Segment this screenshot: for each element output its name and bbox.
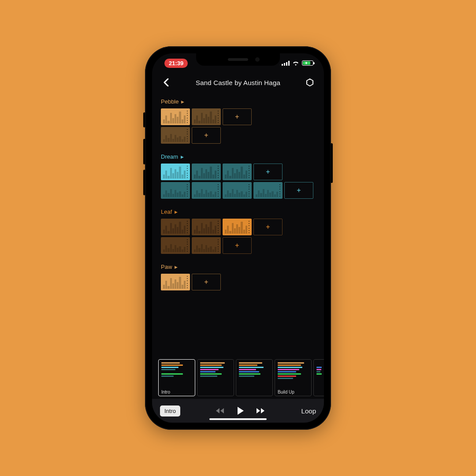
svg-rect-2 xyxy=(286,62,287,66)
clip[interactable] xyxy=(192,237,221,254)
clip-row: + xyxy=(161,127,319,144)
clip[interactable] xyxy=(192,108,221,125)
clip[interactable] xyxy=(192,182,221,199)
triangle-right-icon: ▶ xyxy=(181,100,184,104)
clip-row: + xyxy=(161,164,319,180)
status-time: 21:39 xyxy=(164,59,188,68)
track-title[interactable]: Pebble▶ xyxy=(161,98,319,105)
battery-fill xyxy=(303,61,310,65)
settings-button[interactable] xyxy=(304,76,316,89)
mute-switch xyxy=(143,112,145,127)
nav-bar: Sand Castle by Austin Haga xyxy=(152,73,324,92)
phone-frame: 21:39 Sand Castle by Austin Haga xyxy=(145,46,331,430)
triangle-right-icon: ▶ xyxy=(175,265,178,269)
scenes-strip[interactable]: IntroBuild Up xyxy=(152,357,324,396)
clip[interactable] xyxy=(161,164,190,180)
add-clip-button[interactable]: + xyxy=(253,164,283,180)
clip-row: + xyxy=(161,182,319,199)
clip[interactable] xyxy=(192,219,221,235)
tracks-area[interactable]: Pebble▶++Dream▶++Leaf▶++Paw▶+ xyxy=(152,92,324,357)
scene-preview xyxy=(239,362,270,389)
add-clip-button[interactable]: + xyxy=(253,219,283,235)
scene-label xyxy=(200,390,231,395)
scene-5[interactable] xyxy=(313,359,324,396)
svg-rect-3 xyxy=(288,61,290,66)
clip[interactable] xyxy=(253,182,283,199)
notch xyxy=(196,53,280,66)
triangle-right-icon: ▶ xyxy=(175,210,178,214)
track-name: Pebble xyxy=(161,98,178,105)
track-title[interactable]: Leaf▶ xyxy=(161,208,319,215)
scene-label: Build Up xyxy=(278,390,309,395)
bolt-icon xyxy=(305,61,308,65)
hexagon-icon xyxy=(306,78,314,86)
triangle-right-icon: ▶ xyxy=(181,155,184,159)
rewind-icon[interactable] xyxy=(216,408,225,414)
clip[interactable] xyxy=(161,108,190,125)
track-name: Leaf xyxy=(161,208,172,215)
track-leaf: Leaf▶++ xyxy=(161,208,319,254)
clip-row: + xyxy=(161,219,319,235)
scene-label xyxy=(239,390,270,395)
clip[interactable] xyxy=(161,127,190,144)
play-icon[interactable] xyxy=(237,407,244,415)
clip-row: + xyxy=(161,108,319,125)
volume-down xyxy=(143,170,145,195)
track-name: Paw xyxy=(161,264,172,270)
add-clip-button[interactable]: + xyxy=(223,237,252,254)
power-button xyxy=(331,143,333,183)
home-indicator[interactable] xyxy=(209,418,267,420)
add-clip-button[interactable]: + xyxy=(284,182,313,199)
clip-row: + xyxy=(161,274,319,290)
scene-label: Intro xyxy=(161,390,192,395)
svg-rect-1 xyxy=(284,63,285,66)
scene-3[interactable] xyxy=(236,359,273,396)
track-pebble: Pebble▶++ xyxy=(161,98,319,144)
signal-icon xyxy=(282,61,290,66)
clip[interactable] xyxy=(223,182,252,199)
clip[interactable] xyxy=(161,219,190,235)
track-title[interactable]: Dream▶ xyxy=(161,153,319,160)
current-scene-pill[interactable]: Intro xyxy=(160,405,180,416)
clip[interactable] xyxy=(161,237,190,254)
wifi-icon xyxy=(292,61,299,66)
transport-controls xyxy=(216,407,265,415)
battery-icon xyxy=(302,60,313,66)
loop-button[interactable]: Loop xyxy=(301,407,316,415)
clip[interactable] xyxy=(161,274,190,290)
svg-rect-0 xyxy=(282,64,283,66)
scene-preview xyxy=(161,362,192,389)
scene-2[interactable] xyxy=(197,359,234,396)
scene-label xyxy=(316,390,324,395)
scene-preview xyxy=(200,362,231,389)
forward-icon[interactable] xyxy=(257,408,265,414)
volume-up xyxy=(143,139,145,164)
scene-preview xyxy=(316,362,324,389)
clip[interactable] xyxy=(223,219,252,235)
scene-4[interactable]: Build Up xyxy=(275,359,312,396)
track-paw: Paw▶+ xyxy=(161,264,319,290)
back-button[interactable] xyxy=(160,76,172,89)
scene-1[interactable]: Intro xyxy=(158,359,195,396)
clip[interactable] xyxy=(192,164,221,180)
track-name: Dream xyxy=(161,153,178,160)
status-right xyxy=(282,60,313,66)
track-title[interactable]: Paw▶ xyxy=(161,264,319,270)
clip[interactable] xyxy=(223,164,252,180)
clip-row: + xyxy=(161,237,319,254)
scene-preview xyxy=(278,362,309,389)
clip[interactable] xyxy=(161,182,190,199)
add-clip-button[interactable]: + xyxy=(223,108,252,125)
track-dream: Dream▶++ xyxy=(161,153,319,199)
screen: 21:39 Sand Castle by Austin Haga xyxy=(152,53,324,423)
add-clip-button[interactable]: + xyxy=(192,127,221,144)
page-title: Sand Castle by Austin Haga xyxy=(196,79,280,86)
add-clip-button[interactable]: + xyxy=(192,274,221,290)
chevron-left-icon xyxy=(164,78,169,86)
